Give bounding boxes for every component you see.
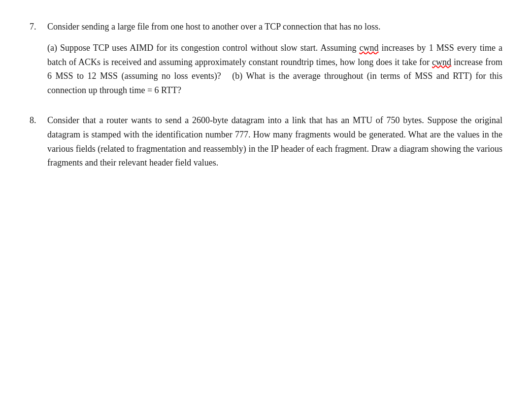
page-content: 7. Consider sending a large file from on… [30,20,502,170]
question-7-intro: Consider sending a large file from one h… [47,20,502,34]
question-7a-text: (a) Suppose TCP uses AIMD for its conges… [47,41,502,98]
question-7: 7. Consider sending a large file from on… [30,20,502,98]
question-8: 8. Consider that a router wants to send … [30,113,502,170]
question-8-number: 8. [30,113,47,128]
question-7a-label: (a) [47,43,57,53]
cwnd-2: cwnd [432,57,451,67]
question-7a: (a) Suppose TCP uses AIMD for its conges… [47,41,502,98]
question-7-header: 7. Consider sending a large file from on… [30,20,502,34]
question-8-text: Consider that a router wants to send a 2… [47,113,502,170]
question-8-header: 8. Consider that a router wants to send … [30,113,502,170]
question-7-number: 7. [30,20,47,34]
cwnd-1: cwnd [360,43,379,53]
